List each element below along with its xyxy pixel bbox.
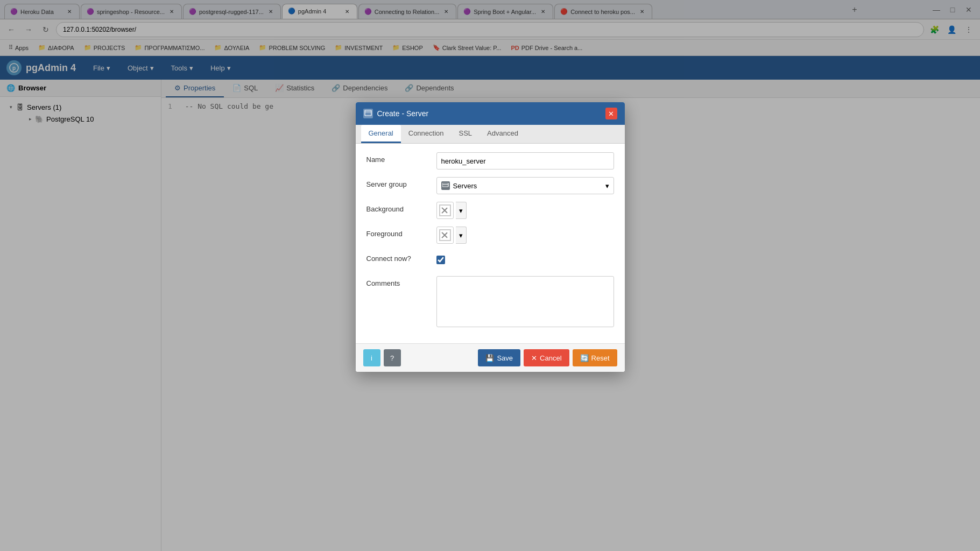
modal-tab-advanced[interactable]: Advanced: [480, 125, 526, 143]
select-chevron-icon: ▾: [605, 182, 609, 190]
modal-header: Create - Server ✕: [356, 102, 625, 125]
form-row-comments: Comments: [366, 276, 614, 327]
modal-title-icon: [363, 109, 373, 118]
modal-body: Name Server group Servers: [356, 144, 625, 343]
label-server-group: Server group: [366, 177, 436, 188]
modal-overlay: Create - Server ✕ General Connection SSL…: [0, 0, 980, 551]
background-x-icon: [439, 204, 451, 216]
svg-rect-2: [365, 110, 371, 116]
foreground-x-icon: [439, 229, 451, 241]
reset-button[interactable]: 🔄 Reset: [573, 349, 617, 366]
form-row-connect-now: Connect now?: [366, 251, 614, 269]
background-color-picker[interactable]: [436, 202, 454, 219]
form-row-server-group: Server group Servers ▾: [366, 177, 614, 194]
foreground-color-picker[interactable]: [436, 227, 454, 244]
background-dropdown-icon: ▾: [459, 207, 463, 215]
label-comments: Comments: [366, 276, 436, 287]
cancel-button[interactable]: ✕ Cancel: [524, 349, 569, 366]
select-server-group[interactable]: Servers ▾: [436, 177, 614, 194]
form-row-foreground: Foreground ▾: [366, 227, 614, 244]
checkbox-connect-now[interactable]: [436, 256, 445, 264]
modal-title: Create - Server: [363, 109, 429, 118]
cancel-icon: ✕: [531, 354, 537, 362]
create-server-modal: Create - Server ✕ General Connection SSL…: [356, 102, 625, 372]
modal-footer: i ? 💾 Save ✕ Cancel 🔄 Reset: [356, 343, 625, 372]
save-button[interactable]: 💾 Save: [478, 349, 520, 366]
server-group-icon: [441, 181, 450, 190]
modal-tab-general[interactable]: General: [361, 125, 401, 143]
help-button[interactable]: ?: [384, 349, 401, 366]
reset-icon: 🔄: [580, 354, 589, 362]
modal-tab-connection[interactable]: Connection: [401, 125, 452, 143]
save-icon: 💾: [485, 354, 494, 362]
background-dropdown-button[interactable]: ▾: [456, 202, 467, 219]
form-row-background: Background ▾: [366, 202, 614, 219]
foreground-dropdown-button[interactable]: ▾: [456, 227, 467, 244]
label-foreground: Foreground: [366, 227, 436, 238]
label-name: Name: [366, 152, 436, 164]
modal-close-button[interactable]: ✕: [605, 108, 617, 119]
label-background: Background: [366, 202, 436, 213]
label-connect-now: Connect now?: [366, 251, 436, 264]
form-row-name: Name: [366, 152, 614, 169]
foreground-dropdown-icon: ▾: [459, 231, 463, 239]
textarea-comments[interactable]: [436, 276, 614, 327]
input-name[interactable]: [436, 152, 614, 169]
modal-tab-ssl[interactable]: SSL: [452, 125, 480, 143]
modal-tabs: General Connection SSL Advanced: [356, 125, 625, 144]
info-button[interactable]: i: [363, 349, 380, 366]
